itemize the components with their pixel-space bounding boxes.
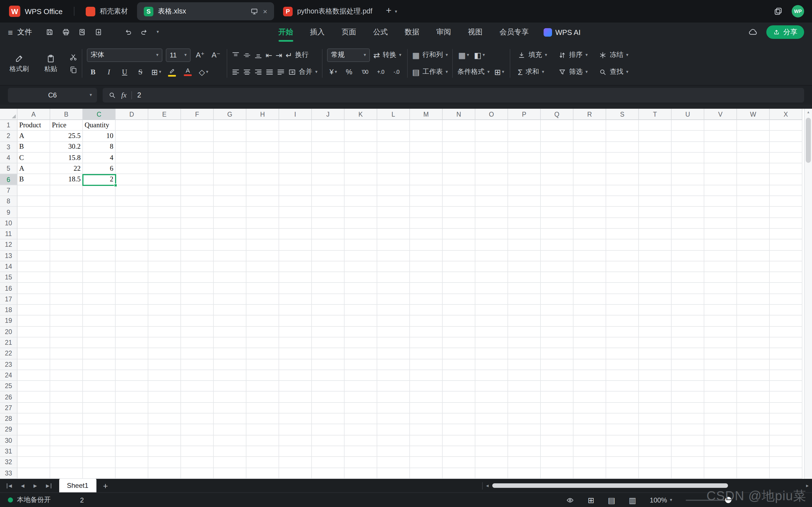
cell-B30[interactable] [50, 435, 83, 446]
cell-G15[interactable] [214, 272, 246, 283]
cell-K30[interactable] [345, 435, 377, 446]
cell-V11[interactable] [704, 229, 737, 240]
cell-H20[interactable] [246, 327, 279, 337]
row-header-17[interactable]: 17 [0, 294, 17, 305]
cell-M26[interactable] [410, 392, 443, 403]
cell-H27[interactable] [246, 402, 279, 413]
cell-W8[interactable] [737, 196, 770, 207]
cell-B21[interactable] [50, 337, 83, 348]
cell-X29[interactable] [770, 425, 802, 436]
cell-J17[interactable] [312, 294, 345, 305]
cell-F15[interactable] [181, 272, 214, 283]
cell-N27[interactable] [443, 402, 475, 413]
cell-N10[interactable] [443, 218, 475, 229]
cell-L14[interactable] [377, 262, 410, 272]
row-header-8[interactable]: 8 [0, 196, 17, 207]
row-header-23[interactable]: 23 [0, 359, 17, 370]
cell-N28[interactable] [443, 413, 475, 425]
cell-Q24[interactable] [541, 370, 573, 381]
cell-C2[interactable]: 10 [83, 131, 116, 142]
cell-E23[interactable] [148, 359, 181, 370]
row-header-29[interactable]: 29 [0, 425, 17, 436]
cell-G22[interactable] [214, 348, 246, 359]
highlight-color-button[interactable] [166, 65, 178, 78]
cell-X33[interactable] [770, 468, 802, 479]
cell-I17[interactable] [279, 294, 312, 305]
row-header-26[interactable]: 26 [0, 392, 17, 403]
cell-R28[interactable] [573, 413, 606, 425]
cell-W11[interactable] [737, 229, 770, 240]
cell-N11[interactable] [443, 229, 475, 240]
font-name-select[interactable]: 宋体 ▾ [87, 48, 162, 62]
cell-B7[interactable] [50, 185, 83, 196]
cell-P21[interactable] [508, 337, 541, 348]
cell-B16[interactable] [50, 283, 83, 294]
cell-K28[interactable] [345, 413, 377, 425]
cell-M14[interactable] [410, 262, 443, 272]
cell-G16[interactable] [214, 283, 246, 294]
font-color-button[interactable]: A [182, 65, 194, 78]
cell-K6[interactable] [345, 174, 377, 185]
cell-I14[interactable] [279, 262, 312, 272]
cell-X17[interactable] [770, 294, 802, 305]
cell-F1[interactable] [181, 120, 214, 131]
cell-X25[interactable] [770, 381, 802, 392]
cell-L25[interactable] [377, 381, 410, 392]
cell-J19[interactable] [312, 316, 345, 327]
cell-C25[interactable] [83, 381, 116, 392]
cell-K3[interactable] [345, 142, 377, 153]
cell-I25[interactable] [279, 381, 312, 392]
column-header-V[interactable]: V [704, 109, 737, 120]
cell-E11[interactable] [148, 229, 181, 240]
cell-S23[interactable] [606, 359, 639, 370]
column-header-Q[interactable]: Q [541, 109, 573, 120]
cell-L18[interactable] [377, 305, 410, 316]
cell-T32[interactable] [639, 457, 672, 468]
cell-L17[interactable] [377, 294, 410, 305]
cell-K33[interactable] [345, 468, 377, 479]
cell-G25[interactable] [214, 381, 246, 392]
cell-C22[interactable] [83, 348, 116, 359]
cell-I32[interactable] [279, 457, 312, 468]
cell-N7[interactable] [443, 185, 475, 196]
cell-C9[interactable] [83, 207, 116, 218]
cell-D33[interactable] [116, 468, 148, 479]
cell-Q18[interactable] [541, 305, 573, 316]
cell-W29[interactable] [737, 425, 770, 436]
cell-D16[interactable] [116, 283, 148, 294]
cell-I33[interactable] [279, 468, 312, 479]
cell-B29[interactable] [50, 425, 83, 436]
cell-L15[interactable] [377, 272, 410, 283]
row-header-27[interactable]: 27 [0, 402, 17, 413]
cell-F31[interactable] [181, 446, 214, 457]
cell-D8[interactable] [116, 196, 148, 207]
cell-M30[interactable] [410, 435, 443, 446]
cell-V14[interactable] [704, 262, 737, 272]
underline-button[interactable]: U [118, 65, 131, 78]
cell-F21[interactable] [181, 337, 214, 348]
zoom-caret-icon[interactable]: ▾ [670, 498, 672, 502]
tab-list-caret-icon[interactable]: ▾ [395, 9, 401, 14]
cell-C12[interactable] [83, 240, 116, 251]
cell-S5[interactable] [606, 163, 639, 174]
cell-A30[interactable] [17, 435, 50, 446]
cell-H3[interactable] [246, 142, 279, 153]
borders-button[interactable]: ⊞ ▾ [150, 65, 162, 78]
cell-F6[interactable] [181, 174, 214, 185]
column-header-J[interactable]: J [312, 109, 345, 120]
cell-Q23[interactable] [541, 359, 573, 370]
cell-E20[interactable] [148, 327, 181, 337]
cell-X13[interactable] [770, 250, 802, 262]
cell-M12[interactable] [410, 240, 443, 251]
cell-T6[interactable] [639, 174, 672, 185]
row-header-10[interactable]: 10 [0, 218, 17, 229]
cell-X23[interactable] [770, 359, 802, 370]
cell-O15[interactable] [475, 272, 508, 283]
cell-H32[interactable] [246, 457, 279, 468]
cell-F7[interactable] [181, 185, 214, 196]
sum-button[interactable]: Σ 求和 ▾ [518, 65, 544, 78]
cell-I1[interactable] [279, 120, 312, 131]
cell-T8[interactable] [639, 196, 672, 207]
cell-W14[interactable] [737, 262, 770, 272]
cell-F5[interactable] [181, 163, 214, 174]
